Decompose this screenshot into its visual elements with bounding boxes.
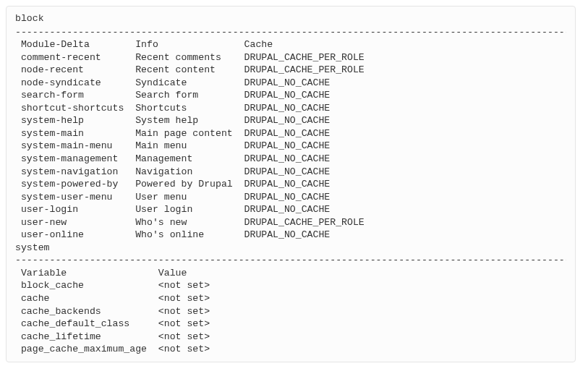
vars-row: cache_backends <not set> xyxy=(15,305,566,318)
blocks-row: system-powered-by Powered by Drupal DRUP… xyxy=(15,178,566,191)
vars-row: cache_default_class <not set> xyxy=(15,318,566,331)
vars-header-row: Variable Value xyxy=(15,267,566,280)
vars-row: cache <not set> xyxy=(15,292,566,305)
blocks-row: node-syndicate Syndicate DRUPAL_NO_CACHE xyxy=(15,77,566,90)
blocks-row: system-help System help DRUPAL_NO_CACHE xyxy=(15,114,566,127)
vars-body: block_cache <not set> cache <not set> ca… xyxy=(15,279,566,355)
blocks-row: user-online Who's online DRUPAL_NO_CACHE xyxy=(15,229,566,242)
blocks-row: user-login User login DRUPAL_NO_CACHE xyxy=(15,203,566,216)
blocks-row: shortcut-shortcuts Shortcuts DRUPAL_NO_C… xyxy=(15,102,566,115)
blocks-row: system-management Management DRUPAL_NO_C… xyxy=(15,153,566,166)
blocks-row: system-user-menu User menu DRUPAL_NO_CAC… xyxy=(15,191,566,204)
blocks-row: system-main-menu Main menu DRUPAL_NO_CAC… xyxy=(15,140,566,153)
blocks-row: system-main Main page content DRUPAL_NO_… xyxy=(15,127,566,140)
blocks-row: search-form Search form DRUPAL_NO_CACHE xyxy=(15,89,566,102)
blocks-row: user-new Who's new DRUPAL_CACHE_PER_ROLE xyxy=(15,216,566,229)
divider-mid: ----------------------------------------… xyxy=(15,254,566,267)
blocks-row: node-recent Recent content DRUPAL_CACHE_… xyxy=(15,64,566,77)
system-section-label: system xyxy=(15,242,566,255)
vars-row: cache_lifetime <not set> xyxy=(15,331,566,344)
blocks-header-row: Module-Delta Info Cache xyxy=(15,38,566,51)
cache-status-panel: block ----------------------------------… xyxy=(6,6,576,362)
blocks-row: comment-recent Recent comments DRUPAL_CA… xyxy=(15,51,566,64)
blocks-row: system-navigation Navigation DRUPAL_NO_C… xyxy=(15,166,566,179)
panel-title: block xyxy=(15,12,566,25)
blocks-body: comment-recent Recent comments DRUPAL_CA… xyxy=(15,51,566,242)
divider-top: ----------------------------------------… xyxy=(15,26,566,39)
vars-row: page_cache_maximum_age <not set> xyxy=(15,343,566,356)
vars-row: block_cache <not set> xyxy=(15,279,566,292)
